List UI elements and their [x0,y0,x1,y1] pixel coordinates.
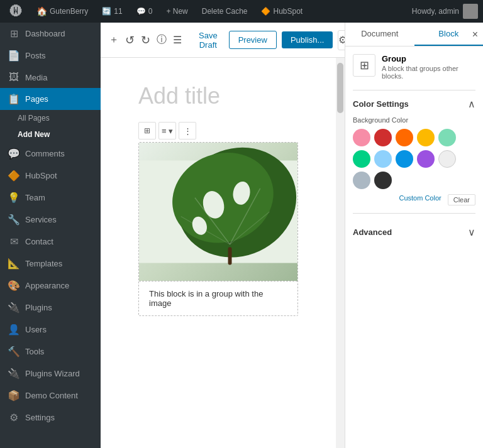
block-description: A block that groups other blocks. [382,65,475,80]
color-swatch-black[interactable] [374,172,392,189]
editor-toolbar: ＋ ↺ ↻ ⓘ ☰ Save Draft Preview Publish... [101,23,345,58]
sidebar-item-demo-content[interactable]: 📦 Demo Content [0,385,101,407]
color-swatch-red[interactable] [374,129,392,146]
panel-close-button[interactable]: × [472,30,478,40]
list-view-button[interactable]: ☰ [172,30,182,50]
clear-button[interactable]: Clear [448,194,475,205]
color-swatch-blue[interactable] [396,150,413,168]
color-settings-title: Color Settings [353,99,409,109]
color-settings-chevron: ∧ [468,98,475,110]
group-block[interactable]: This block is in a group with the image [138,142,298,316]
align-icon: ≡ ▾ [162,126,173,136]
demo-content-icon: 📦 [8,390,20,402]
color-swatch-light-gray[interactable] [438,150,456,168]
editor-scrollbar[interactable] [336,58,345,448]
plugins-wizard-icon: 🔌 [8,368,20,380]
howdy-label: Howdy, admin [412,4,478,19]
hubspot-menu[interactable]: 🔶 HubSpot [256,0,308,23]
block-icon-box: ⊞ [353,54,375,77]
color-swatch-light-green[interactable] [438,129,456,146]
editor-area: ＋ ↺ ↻ ⓘ ☰ Save Draft Preview Publish... [101,23,345,448]
tools-icon: 🔨 [8,346,20,358]
sidebar: ⊞ Dashboard 📄 Posts 🖼 Media 📋 Pages All … [0,23,101,448]
editor-scroll-wrapper: Add title ⊞ ≡ ▾ ⋮ [101,58,345,448]
sidebar-item-tools[interactable]: 🔨 Tools [0,341,101,363]
wp-logo[interactable]: 🅦 [5,0,28,23]
plugins-icon: 🔌 [8,302,20,314]
sidebar-item-team[interactable]: 💡 Team [0,187,101,209]
block-type-button[interactable]: ⊞ [138,122,156,139]
settings-icon: ⚙ [8,412,20,423]
settings-button[interactable]: ⚙ [338,30,345,50]
sidebar-item-plugins-wizard[interactable]: 🔌 Plugins Wizard [0,363,101,385]
color-swatch-gray[interactable] [353,172,370,189]
scrollbar-thumb[interactable] [337,63,343,113]
sidebar-item-appearance[interactable]: 🎨 Appearance [0,275,101,297]
new-content[interactable]: + New [161,0,192,23]
appearance-icon: 🎨 [8,280,20,292]
color-swatch-yellow[interactable] [417,129,435,146]
sidebar-item-hubspot[interactable]: 🔶 HubSpot [0,165,101,187]
block-title: Group [382,54,475,63]
sidebar-item-contact[interactable]: ✉ Contact [0,231,101,253]
color-actions: Custom Color Clear [353,194,475,205]
wp-icon: 🅦 [10,4,23,19]
divider-1 [353,90,475,90]
page-title-input[interactable]: Add title [138,83,298,109]
sidebar-item-media[interactable]: 🖼 Media [0,67,101,88]
sidebar-item-settings[interactable]: ⚙ Settings [0,407,101,429]
sidebar-item-posts[interactable]: 📄 Posts [0,45,101,67]
sidebar-item-templates[interactable]: 📐 Templates [0,253,101,275]
save-draft-button[interactable]: Save Draft [192,27,224,53]
sidebar-item-plugins[interactable]: 🔌 Plugins [0,297,101,319]
pages-icon: 📋 [8,93,20,105]
color-swatches [353,129,475,189]
color-swatch-pink[interactable] [353,129,370,146]
sidebar-sub-add-new[interactable]: Add New [0,126,101,143]
panel-tabs: Document Block × [345,23,483,46]
group-block-text[interactable]: This block is in a group with the image [139,281,297,315]
block-align-button[interactable]: ≡ ▾ [158,122,176,139]
block-meta: Group A block that groups other blocks. [382,54,475,80]
sidebar-item-services[interactable]: 🔧 Services [0,209,101,231]
advanced-chevron: ∨ [468,226,475,238]
updates[interactable]: 🔄 11 [97,0,127,23]
preview-button[interactable]: Preview [229,31,277,49]
sidebar-sub-all-pages[interactable]: All Pages [0,110,101,126]
gear-icon: ⚙ [338,34,345,46]
templates-icon: 📐 [8,258,20,270]
color-swatch-light-blue[interactable] [374,150,392,168]
advanced-header[interactable]: Advanced ∨ [353,221,475,243]
tab-document[interactable]: Document [345,23,414,46]
color-settings-section: Color Settings ∧ Background Color [353,98,475,205]
color-swatch-green[interactable] [353,150,370,168]
admin-bar: 🅦 🏠 GutenBerry 🔄 11 💬 0 + New Delete Cac… [0,0,483,23]
delete-cache[interactable]: Delete Cache [197,0,253,23]
color-settings-header[interactable]: Color Settings ∧ [353,98,475,110]
hubspot-icon: 🔶 [8,170,20,182]
sidebar-item-comments[interactable]: 💬 Comments [0,143,101,165]
undo-button[interactable]: ↺ [125,30,135,50]
add-block-button[interactable]: ＋ [108,30,119,50]
close-icon: × [472,29,478,40]
color-swatch-orange[interactable] [396,129,413,146]
group-block-icon: ⊞ [360,58,369,72]
block-info: ⊞ Group A block that groups other blocks… [353,54,475,80]
sidebar-item-dashboard[interactable]: ⊞ Dashboard [0,23,101,45]
advanced-section: Advanced ∨ [353,221,475,243]
monstera-leaf-svg [139,143,297,281]
dashboard-icon: ⊞ [8,28,20,40]
custom-color-link[interactable]: Custom Color [399,194,441,205]
comments-icon: 💬 [8,148,20,160]
editor-scroll-inner: Add title ⊞ ≡ ▾ ⋮ [101,58,336,448]
site-name[interactable]: 🏠 GutenBerry [31,0,93,23]
info-button[interactable]: ⓘ [156,30,167,50]
color-swatch-purple[interactable] [417,150,435,168]
sidebar-item-pages[interactable]: 📋 Pages [0,88,101,110]
sidebar-item-users[interactable]: 👤 Users [0,319,101,341]
contact-icon: ✉ [8,236,20,248]
redo-button[interactable]: ↻ [140,30,151,50]
publish-button[interactable]: Publish... [282,31,333,48]
comments[interactable]: 💬 0 [131,0,158,23]
block-more-button[interactable]: ⋮ [179,122,196,139]
